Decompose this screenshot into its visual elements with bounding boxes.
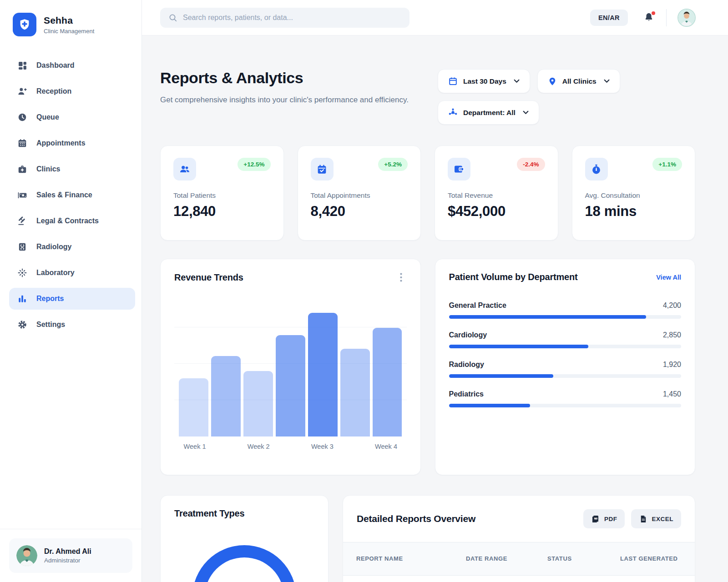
department-name: Radiology	[449, 361, 484, 369]
department-value: 1,450	[663, 390, 681, 398]
svg-text:PDF: PDF	[595, 517, 598, 519]
sidebar-item-reports[interactable]: Reports	[9, 288, 135, 310]
department-value: 4,200	[663, 301, 681, 310]
detailed-reports-panel: Detailed Reports Overview PDF PDF EXCEL …	[343, 495, 695, 582]
notification-dot	[652, 11, 655, 15]
treatment-types-donut-chart: 100%	[192, 545, 296, 582]
excel-icon	[639, 515, 647, 523]
sidebar-item-reception[interactable]: Reception	[9, 80, 135, 102]
sidebar-item-label: Legal & Contracts	[36, 217, 99, 225]
sidebar-item-label: Reports	[36, 295, 64, 303]
reports-table-header: Report NameDate RangeStatusLast Generate…	[343, 542, 695, 576]
settings-icon	[17, 320, 27, 330]
search-input[interactable]: Search reports, patients, or data...	[160, 8, 410, 28]
stopwatch-icon	[585, 158, 608, 181]
detailed-reports-title: Detailed Reports Overview	[357, 513, 475, 524]
x-axis-label: Week 4	[370, 443, 402, 450]
change-badge: -2.4%	[517, 158, 545, 171]
brand-subtitle: Clinic Management	[44, 28, 94, 35]
wallet-icon	[448, 158, 470, 181]
revenue-bar	[211, 356, 241, 436]
filter-button-last-30-days[interactable]: Last 30 Days	[438, 69, 530, 93]
department-value: 2,850	[663, 331, 681, 339]
sidebar-item-radiology[interactable]: Radiology	[9, 236, 135, 258]
stat-value: $452,000	[448, 203, 545, 220]
revenue-bar	[276, 335, 305, 436]
calendar-icon	[448, 76, 458, 86]
progress-track	[449, 374, 682, 378]
sidebar-item-laboratory[interactable]: Laboratory	[9, 262, 135, 284]
reports-table-body	[343, 576, 695, 582]
stat-label: Avg. Consultation	[585, 191, 682, 200]
department-name: Cardiology	[449, 331, 487, 339]
topbar: Search reports, patients, or data... EN/…	[142, 0, 728, 35]
sidebar-item-label: Laboratory	[36, 269, 75, 277]
filter-button-all-clinics[interactable]: All Clinics	[537, 69, 620, 93]
progress-track	[449, 345, 682, 348]
appointments-icon	[17, 138, 27, 148]
volume-row-radiology: Radiology 1,920	[449, 361, 682, 378]
app-logo-icon	[13, 13, 36, 36]
department-name: General Practice	[449, 301, 506, 310]
export-pdf-button[interactable]: PDF PDF	[583, 509, 625, 528]
sidebar-item-sales-finance[interactable]: Sales & Finance	[9, 184, 135, 206]
volume-row-cardiology: Cardiology 2,850	[449, 331, 682, 348]
progress-fill	[449, 315, 647, 319]
stat-card-total-appointments: +5.2% Total Appointments 8,420	[298, 146, 421, 241]
sidebar-item-dashboard[interactable]: Dashboard	[9, 55, 135, 76]
chevron-down-icon	[514, 79, 520, 83]
department-name: Pediatrics	[449, 390, 484, 398]
sidebar-item-legal-contracts[interactable]: Legal & Contracts	[9, 210, 135, 232]
brand: Sehha Clinic Management	[0, 0, 142, 41]
filter-bar: Last 30 Days All Clinics Department: All	[438, 69, 695, 125]
laboratory-icon	[17, 268, 27, 278]
notifications-button[interactable]	[643, 12, 655, 24]
sidebar-item-label: Sales & Finance	[36, 191, 92, 199]
stat-value: 18 mins	[585, 203, 682, 220]
pdf-icon: PDF	[591, 514, 600, 523]
revenue-bar	[179, 378, 208, 436]
column-header-last-generated: Last Generated	[620, 554, 679, 563]
stat-card-total-revenue: -2.4% Total Revenue $452,000	[435, 146, 558, 241]
column-header-status: Status	[547, 554, 607, 563]
sidebar-footer: Dr. Ahmed Ali Administrator	[0, 529, 142, 582]
progress-fill	[449, 345, 588, 348]
view-all-link[interactable]: View All	[656, 274, 681, 281]
main-content: Reports & Analytics Get comprehensive in…	[142, 35, 728, 582]
volume-row-general-practice: General Practice 4,200	[449, 301, 682, 319]
sidebar-item-settings[interactable]: Settings	[9, 314, 135, 336]
sidebar-item-clinics[interactable]: Clinics	[9, 158, 135, 180]
department-value: 1,920	[663, 361, 681, 369]
export-button-label: PDF	[604, 516, 617, 522]
x-axis-gap	[338, 443, 370, 450]
panel-menu-button[interactable]	[396, 272, 407, 283]
sales-finance-icon	[17, 190, 27, 200]
language-toggle-button[interactable]: EN/AR	[590, 10, 628, 26]
filter-label: Last 30 Days	[463, 77, 506, 85]
stat-label: Total Appointments	[311, 191, 408, 200]
sidebar-item-label: Appointments	[36, 139, 86, 147]
change-badge: +12.5%	[238, 158, 270, 171]
export-buttons: PDF PDF EXCEL	[583, 509, 681, 528]
change-badge: +5.2%	[378, 158, 408, 171]
patients-icon	[173, 158, 196, 181]
header-avatar[interactable]	[677, 9, 696, 27]
page-title: Reports & Analytics	[160, 69, 409, 87]
chevron-down-icon	[523, 110, 529, 115]
export-excel-button[interactable]: EXCEL	[631, 509, 681, 528]
sidebar-item-appointments[interactable]: Appointments	[9, 132, 135, 154]
stat-label: Total Revenue	[448, 191, 545, 200]
filter-button-department-all[interactable]: Department: All	[438, 100, 539, 125]
revenue-trends-title: Revenue Trends	[174, 272, 243, 283]
user-name: Dr. Ahmed Ali	[44, 547, 91, 556]
sidebar-item-queue[interactable]: Queue	[9, 106, 135, 128]
user-avatar	[16, 545, 37, 566]
user-profile-card[interactable]: Dr. Ahmed Ali Administrator	[9, 538, 132, 573]
export-button-label: EXCEL	[652, 516, 673, 522]
department-icon	[448, 108, 458, 117]
revenue-bar	[243, 371, 273, 436]
queue-icon	[17, 112, 27, 122]
revenue-bar	[340, 349, 370, 436]
sidebar-item-label: Queue	[36, 113, 59, 121]
user-role: Administrator	[44, 557, 91, 564]
